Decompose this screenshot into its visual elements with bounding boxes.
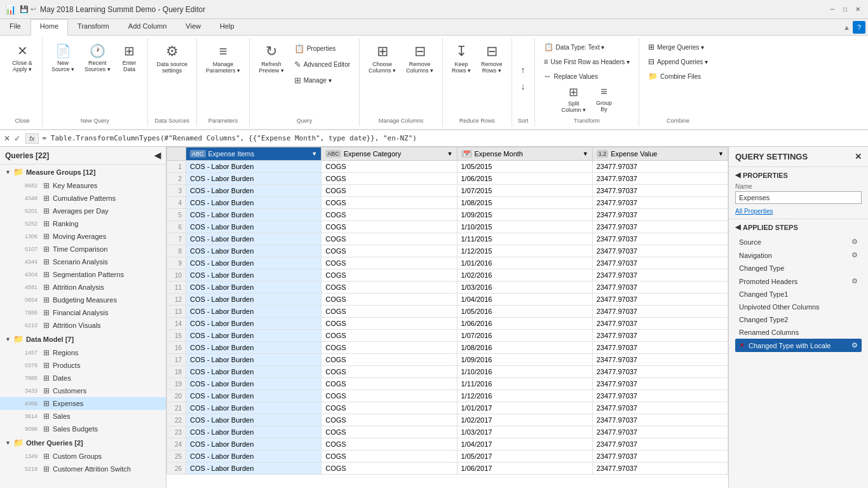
data-type-button[interactable]: 📋 Data Type: Text ▾ <box>540 41 609 53</box>
sort-desc-button[interactable]: ↓ <box>517 79 529 93</box>
data-source-settings-button[interactable]: ⚙ Data source settings <box>153 41 192 76</box>
step-gear-icon[interactable]: ⚙ <box>851 277 858 285</box>
table-row[interactable]: 18COS - Labor BurdenCOGS1/10/201623477.9… <box>167 366 728 378</box>
sidebar-item-expenses[interactable]: 4366 ⊞ Expenses <box>0 397 166 410</box>
sidebar-item-dates[interactable]: 7885 ⊞ Dates <box>0 372 166 384</box>
table-row[interactable]: 15COS - Labor BurdenCOGS1/07/201623477.9… <box>167 330 728 342</box>
table-row[interactable]: 21COS - Labor BurdenCOGS1/01/201723477.9… <box>167 402 728 414</box>
tab-view[interactable]: View <box>176 19 210 35</box>
sidebar-item-customer-attrition-switch[interactable]: 5218 ⊞ Customer Attrition Switch <box>0 463 166 475</box>
sidebar-group-other-queries[interactable]: ▼📁Other Queries [2] <box>0 435 166 450</box>
tab-home[interactable]: Home <box>31 19 68 36</box>
append-queries-button[interactable]: ⊟ Append Queries ▾ <box>644 55 712 68</box>
help-icon[interactable]: ? <box>853 21 865 34</box>
sidebar-item-products[interactable]: 0379 ⊞ Products <box>0 359 166 372</box>
sidebar-item-regions[interactable]: 1457 ⊞ Regions <box>0 346 166 359</box>
sidebar-item-sales[interactable]: 3614 ⊞ Sales <box>0 410 166 423</box>
col-dropdown-icon[interactable]: ▼ <box>718 151 724 157</box>
name-input[interactable] <box>735 191 862 204</box>
table-row[interactable]: 17COS - Labor BurdenCOGS1/09/201623477.9… <box>167 354 728 366</box>
sidebar-item-customers[interactable]: 3433 ⊞ Customers <box>0 384 166 397</box>
advanced-editor-button[interactable]: ✎ Advanced Editor <box>290 58 354 71</box>
merge-queries-button[interactable]: ⊞ Merge Queries ▾ <box>644 41 708 53</box>
sort-asc-button[interactable]: ↑ <box>517 63 529 77</box>
applied-step-promoted-headers[interactable]: Promoted Headers⚙ <box>735 274 862 288</box>
group-by-button[interactable]: ≡ Group By <box>592 83 616 116</box>
table-row[interactable]: 7COS - Labor BurdenCOGS1/11/201523477.97… <box>167 233 728 245</box>
sidebar-collapse-button[interactable]: ◀ <box>154 151 161 160</box>
formula-input[interactable] <box>43 134 865 142</box>
col-dropdown-icon[interactable]: ▼ <box>583 151 588 157</box>
tab-help[interactable]: Help <box>210 19 244 35</box>
remove-columns-button[interactable]: ⊟ Remove Columns ▾ <box>402 41 437 76</box>
step-gear-icon[interactable]: ⚙ <box>851 238 858 246</box>
table-row[interactable]: 25COS - Labor BurdenCOGS1/05/201723477.9… <box>167 451 728 463</box>
column-header-expense-month[interactable]: 📅 Expense Month ▼ <box>457 147 592 161</box>
table-row[interactable]: 4COS - Labor BurdenCOGS1/08/201523477.97… <box>167 197 728 209</box>
query-settings-close-button[interactable]: ✕ <box>855 152 862 161</box>
applied-step-changed-type[interactable]: Changed Type <box>735 262 862 274</box>
applied-step-changed-type1[interactable]: Changed Type1 <box>735 288 862 301</box>
step-gear-icon[interactable]: ⚙ <box>851 341 858 349</box>
table-row[interactable]: 22COS - Labor BurdenCOGS1/02/201723477.9… <box>167 414 728 426</box>
grid-container[interactable]: ABC Expense Items ▼ ABC Expense Category… <box>166 147 728 488</box>
table-row[interactable]: 20COS - Labor BurdenCOGS1/12/201623477.9… <box>167 390 728 402</box>
table-row[interactable]: 10COS - Labor BurdenCOGS1/02/201623477.9… <box>167 269 728 281</box>
sidebar-group-data-model[interactable]: ▼📁Data Model [7] <box>0 332 166 346</box>
table-row[interactable]: 2COS - Labor BurdenCOGS1/06/201523477.97… <box>167 173 728 185</box>
new-source-button[interactable]: 📄 New Source ▾ <box>48 41 78 75</box>
enter-data-button[interactable]: ⊞ Enter Data <box>117 41 142 75</box>
remove-rows-button[interactable]: ⊟ Remove Rows ▾ <box>477 41 506 76</box>
col-dropdown-icon[interactable]: ▼ <box>311 151 317 157</box>
combine-files-button[interactable]: 📁 Combine Files <box>644 70 705 83</box>
recent-sources-button[interactable]: 🕐 Recent Sources ▾ <box>81 41 114 75</box>
applied-step-navigation[interactable]: Navigation⚙ <box>735 248 862 262</box>
sidebar-item-segmentation-patterns[interactable]: 4304 ⊞ Segmentation Patterns <box>0 268 166 281</box>
sidebar-item-scenario-analysis[interactable]: 4344 ⊞ Scenario Analysis <box>0 255 166 268</box>
column-header-expense-items[interactable]: ABC Expense Items ▼ <box>186 147 322 161</box>
table-row[interactable]: 12COS - Labor BurdenCOGS1/04/201623477.9… <box>167 294 728 306</box>
sidebar-group-measure-groups[interactable]: ▼📁Measure Groups [12] <box>0 165 166 179</box>
sidebar-item-custom-groups[interactable]: 1349 ⊞ Custom Groups <box>0 450 166 463</box>
table-row[interactable]: 8COS - Labor BurdenCOGS1/12/201523477.97… <box>167 245 728 257</box>
column-header-expense-value[interactable]: 1.2 Expense Value ▼ <box>592 147 728 161</box>
sidebar-item-attrition-analysis[interactable]: 4581 ⊞ Attrition Analysis <box>0 281 166 294</box>
sidebar-item-financial-analysis[interactable]: 7886 ⊞ Financial Analysis <box>0 306 166 319</box>
minimize-button[interactable]: ─ <box>827 4 837 15</box>
col-dropdown-icon[interactable]: ▼ <box>447 151 453 157</box>
sidebar-item-moving-averages[interactable]: 1306 ⊞ Moving Averages <box>0 230 166 243</box>
table-row[interactable]: 9COS - Labor BurdenCOGS1/01/201623477.97… <box>167 257 728 269</box>
sidebar-item-attrition-visuals[interactable]: 6210 ⊞ Attrition Visuals <box>0 319 166 332</box>
tab-transform[interactable]: Transform <box>68 19 119 35</box>
sidebar-item-averages-per-day[interactable]: 5201 ⊞ Averages per Day <box>0 205 166 217</box>
close-apply-button[interactable]: ✕ Close & Apply ▾ <box>8 41 37 75</box>
manage-parameters-button[interactable]: ≡ Manage Parameters ▾ <box>202 41 244 76</box>
sidebar-item-budgeting-measures[interactable]: 0654 ⊞ Budgeting Measures <box>0 294 166 306</box>
tab-file[interactable]: File <box>0 19 31 35</box>
table-row[interactable]: 1COS - Labor BurdenCOGS1/05/201523477.97… <box>167 161 728 173</box>
refresh-preview-button[interactable]: ↻ Refresh Preview ▾ <box>255 41 288 76</box>
sidebar-item-time-comparison[interactable]: 5107 ⊞ Time Comparison <box>0 243 166 255</box>
table-row[interactable]: 23COS - Labor BurdenCOGS1/03/201723477.9… <box>167 426 728 438</box>
properties-button[interactable]: 📋 Properties <box>290 42 354 55</box>
tab-add-column[interactable]: Add Column <box>119 19 177 35</box>
applied-step-changed-type2[interactable]: Changed Type2 <box>735 313 862 326</box>
replace-values-button[interactable]: ↔ Replace Values <box>540 70 602 83</box>
applied-step-renamed-columns[interactable]: Renamed Columns <box>735 326 862 339</box>
table-row[interactable]: 6COS - Labor BurdenCOGS1/10/201523477.97… <box>167 221 728 233</box>
use-first-row-button[interactable]: ≡ Use First Row as Headers ▾ <box>540 55 634 68</box>
table-row[interactable]: 3COS - Labor BurdenCOGS1/07/201523477.97… <box>167 185 728 197</box>
step-gear-icon[interactable]: ⚙ <box>851 251 858 259</box>
table-row[interactable]: 11COS - Labor BurdenCOGS1/03/201623477.9… <box>167 281 728 294</box>
sidebar-item-key-measures[interactable]: 8682 ⊞ Key Measures <box>0 179 166 192</box>
column-header-expense-category[interactable]: ABC Expense Category ▼ <box>322 147 457 161</box>
close-button[interactable]: ✕ <box>853 4 863 15</box>
applied-step-unpivoted-other-columns[interactable]: Unpivoted Other Columns <box>735 301 862 313</box>
all-properties-link[interactable]: All Properties <box>735 208 773 215</box>
table-row[interactable]: 16COS - Labor BurdenCOGS1/08/201623477.9… <box>167 342 728 354</box>
table-row[interactable]: 14COS - Labor BurdenCOGS1/06/201623477.9… <box>167 318 728 330</box>
sidebar-item-sales-budgets[interactable]: 9096 ⊞ Sales Budgets <box>0 423 166 435</box>
formula-confirm-button[interactable]: ✓ <box>13 133 22 144</box>
split-column-button[interactable]: ⊞ Split Column ▾ <box>558 83 590 116</box>
applied-step-source[interactable]: Source⚙ <box>735 235 862 248</box>
